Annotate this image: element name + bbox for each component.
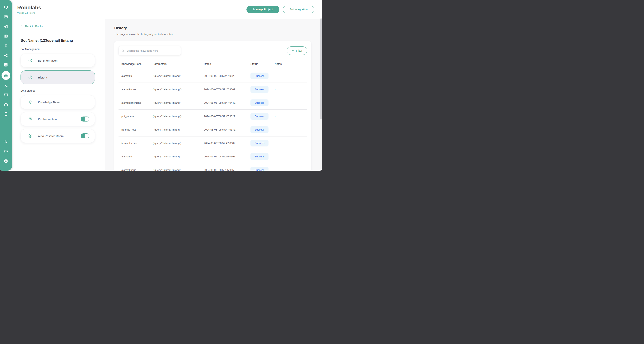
app-title: Robolabs — [17, 5, 41, 11]
cell-date: 2024-05-06T08:57:47.982Z — [204, 69, 250, 83]
search-box — [118, 46, 181, 55]
page-title: History — [114, 26, 317, 30]
status-badge: Success — [250, 99, 268, 106]
bot-integration-button[interactable]: Bot Integration — [283, 6, 314, 13]
table-row: pdf_rahmad {"query":"alamat lintang"} 20… — [118, 109, 307, 123]
agent-icon[interactable] — [2, 81, 10, 89]
pre-interaction-toggle[interactable] — [81, 117, 89, 122]
page-scrollbar[interactable] — [320, 18, 322, 170]
cell-notes: - — [275, 163, 307, 171]
bot-settings-panel: Back to Bot list Bot Name: [123openai] l… — [12, 19, 105, 171]
cell-parameters: {"query":"alamat lintang"} — [153, 123, 204, 136]
column-dates: Dates — [204, 59, 250, 69]
column-knowledge-base: Knowledge Base — [118, 59, 153, 69]
manage-project-button[interactable]: Manage Project — [246, 6, 280, 13]
preferences-icon[interactable] — [2, 138, 10, 146]
cell-parameters: {"query":"alamat lintang"} — [153, 83, 204, 96]
cell-date: 2024-05-06T08:55:55.005Z — [204, 163, 250, 171]
column-parameters: Parameters — [153, 59, 204, 69]
table-row: rahmad_test {"query":"alamat lintang"} 2… — [118, 123, 307, 136]
filter-label: Filter — [296, 49, 302, 52]
cell-knowledge-base: pdf_rahmad — [118, 109, 153, 123]
power-icon[interactable] — [2, 157, 10, 165]
cell-knowledge-base: rahmad_test — [118, 123, 153, 136]
bot-name-title: Bot Name: [123openai] lintang — [20, 38, 105, 43]
toggle-knob — [84, 117, 89, 121]
cell-knowledge-base: alamatku — [118, 150, 153, 163]
inbox-icon[interactable] — [2, 101, 10, 108]
toggle-knob — [84, 134, 89, 138]
nav-card-bot-information[interactable]: Bot Information — [20, 54, 95, 67]
status-badge: Success — [250, 153, 268, 160]
cell-notes: - — [275, 123, 307, 136]
contact-card-icon[interactable] — [2, 32, 10, 40]
cell-date: 2024-05-06T08:57:47.917Z — [204, 123, 250, 136]
cell-parameters: {"query":"alamat lintang"} — [153, 150, 204, 163]
nav-card-label: Auto Resolve Room — [38, 134, 64, 138]
broadcast-icon[interactable] — [2, 23, 10, 30]
search-input[interactable] — [126, 49, 178, 52]
bot-features-label: Bot Features — [20, 89, 105, 92]
cell-parameters: {"query":"alamat lintang"} — [153, 69, 204, 83]
mobile-icon[interactable] — [2, 110, 10, 118]
cell-knowledge-base: alamatdarilintang — [118, 96, 153, 109]
table-row: alamatkudua {"query":"alamat lintang"} 2… — [118, 83, 307, 96]
history-icon — [28, 75, 32, 80]
cell-knowledge-base: alamatkudua — [118, 83, 153, 96]
scrollbar-thumb[interactable] — [320, 19, 322, 119]
help-icon[interactable] — [2, 148, 10, 155]
table-row: alamatku {"query":"alamat lintang"} 2024… — [118, 150, 307, 163]
nav-card-label: Bot Information — [38, 59, 58, 62]
status-badge: Success — [250, 113, 268, 120]
cell-status: Success — [250, 123, 275, 136]
auto-resolve-room-toggle[interactable] — [81, 133, 89, 138]
share-icon[interactable] — [2, 52, 10, 59]
cell-parameters: {"query":"alamat lintang"} — [153, 96, 204, 109]
bot-icon[interactable] — [2, 71, 10, 80]
apps-icon[interactable] — [2, 61, 10, 69]
bot-management-label: Bot Management — [20, 48, 105, 51]
cell-notes: - — [275, 69, 307, 83]
info-icon — [28, 58, 32, 63]
cell-notes: - — [275, 109, 307, 123]
ticket-icon[interactable] — [2, 91, 10, 99]
column-status: Status — [250, 59, 275, 69]
history-main: History This page contains the history o… — [105, 19, 322, 171]
cell-parameters: {"query":"alamat lintang"} — [153, 136, 204, 150]
cell-knowledge-base: alamatku — [118, 69, 153, 83]
cell-status: Success — [250, 83, 275, 96]
filter-button[interactable]: Filter — [287, 47, 307, 55]
cell-date: 2024-05-06T08:57:47.932Z — [204, 109, 250, 123]
back-to-bot-list-link[interactable]: Back to Bot list — [20, 25, 44, 28]
cell-status: Success — [250, 109, 275, 123]
chat-icon[interactable] — [2, 4, 10, 11]
cell-status: Success — [250, 96, 275, 109]
cell-notes: - — [275, 136, 307, 150]
cell-knowledge-base: termsofservice — [118, 136, 153, 150]
nav-card-pre-interaction[interactable]: Pre Interaction — [20, 112, 95, 126]
wrench-icon — [28, 134, 32, 138]
table-row: termsofservice {"query":"alamat lintang"… — [118, 136, 307, 150]
nav-card-history[interactable]: History — [20, 71, 95, 84]
table-toolbar: Filter — [118, 46, 307, 55]
body-row: Back to Bot list Bot Name: [123openai] l… — [12, 19, 322, 171]
cell-status: Success — [250, 150, 275, 163]
cell-date: 2024-05-06T08:57:47.956Z — [204, 83, 250, 96]
cell-notes: - — [275, 150, 307, 163]
nav-card-label: Knowledge Base — [38, 101, 60, 104]
table-row: alamatkudua {"query":"alamat lintang"} 2… — [118, 163, 307, 171]
nav-card-label: Pre Interaction — [38, 118, 57, 121]
sidebar — [0, 0, 12, 171]
cell-status: Success — [250, 136, 275, 150]
cell-date: 2024-05-06T08:55:55.069Z — [204, 150, 250, 163]
back-link-label: Back to Bot list — [25, 25, 44, 28]
cell-knowledge-base: alamatkudua — [118, 163, 153, 171]
nav-card-auto-resolve-room[interactable]: Auto Resolve Room — [20, 129, 95, 143]
nav-card-knowledge-base[interactable]: Knowledge Base — [20, 95, 95, 109]
table-row: alamatku {"query":"alamat lintang"} 2024… — [118, 69, 307, 83]
cell-status: Success — [250, 69, 275, 83]
analytics-icon[interactable] — [2, 42, 10, 50]
cell-date: 2024-05-06T08:57:47.898Z — [204, 136, 250, 150]
mail-icon[interactable] — [2, 13, 10, 21]
chat-lines-icon — [28, 117, 32, 121]
